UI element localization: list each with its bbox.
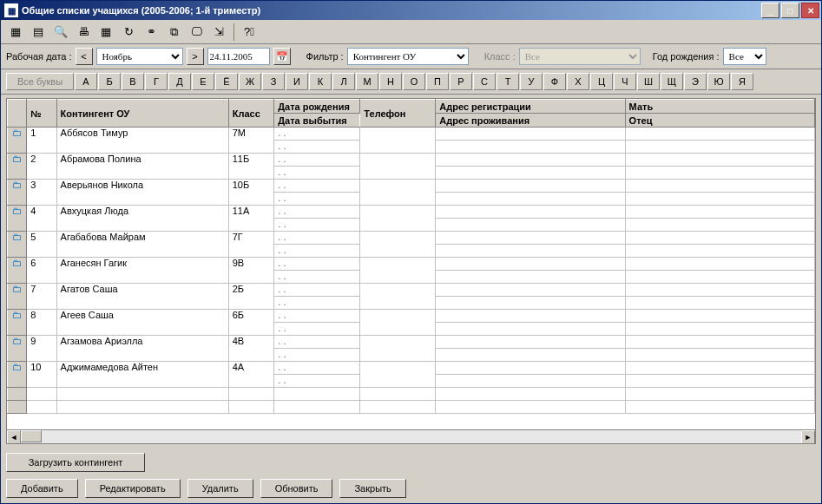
letter-Н[interactable]: Н xyxy=(379,73,402,90)
minimize-button[interactable]: _ xyxy=(761,3,779,18)
print-icon[interactable]: 🖶 xyxy=(74,23,93,42)
table-row[interactable]: 🗀7Агатов Саша2Б. . xyxy=(8,284,815,297)
cell-mother[interactable] xyxy=(625,206,814,219)
export-icon[interactable]: ⇲ xyxy=(209,23,228,42)
table-row[interactable]: 🗀5Агабабова Майрам7Г. . xyxy=(8,232,815,245)
grid-icon[interactable]: ▦ xyxy=(6,23,25,42)
close-button[interactable]: Закрыть xyxy=(339,479,405,498)
row-folder[interactable]: 🗀 xyxy=(8,128,27,154)
table-row[interactable]: 🗀3Аверьянов Никола10Б. . xyxy=(8,180,815,193)
load-contingent-button[interactable]: Загрузить контингент xyxy=(6,453,145,472)
cell-live-addr[interactable] xyxy=(436,193,625,206)
monitor-icon[interactable]: 🖵 xyxy=(187,23,206,42)
letter-К[interactable]: К xyxy=(309,73,332,90)
cell-live-addr[interactable] xyxy=(436,375,625,388)
cell-num[interactable]: 10 xyxy=(27,362,56,388)
cell-name[interactable]: Аджимамедова Айтен xyxy=(56,362,228,388)
cell-class[interactable]: 11А xyxy=(228,206,274,232)
cell-mother[interactable] xyxy=(625,154,814,167)
cell-dob[interactable]: . . xyxy=(274,362,360,375)
year-select[interactable]: Все xyxy=(723,48,766,65)
cell-leave[interactable]: . . xyxy=(274,193,360,206)
col-phone[interactable]: Телефон xyxy=(360,100,436,128)
filter-select[interactable]: Контингент ОУ xyxy=(347,48,469,65)
cell-class[interactable]: 7Г xyxy=(228,232,274,258)
delete-button[interactable]: Удалить xyxy=(187,479,253,498)
col-father[interactable]: Отец xyxy=(625,114,814,128)
cell-class[interactable]: 10Б xyxy=(228,180,274,206)
next-month-button[interactable]: > xyxy=(187,48,204,65)
letter-Ф[interactable]: Ф xyxy=(543,73,566,90)
cell-mother[interactable] xyxy=(625,232,814,245)
cell-father[interactable] xyxy=(625,219,814,232)
scroll-track[interactable] xyxy=(21,430,801,443)
cell-leave[interactable]: . . xyxy=(274,219,360,232)
row-folder[interactable]: 🗀 xyxy=(8,206,27,232)
cell-phone[interactable] xyxy=(360,362,436,388)
all-letters-button[interactable]: Все буквы xyxy=(6,73,74,90)
letter-Ш[interactable]: Ш xyxy=(637,73,660,90)
cell-leave[interactable]: . . xyxy=(274,271,360,284)
letter-Г[interactable]: Г xyxy=(145,73,168,90)
cell-name[interactable]: Агеев Саша xyxy=(56,310,228,336)
table-row[interactable]: 🗀4Авхуцкая Люда11А. . xyxy=(8,206,815,219)
letter-Е[interactable]: Е xyxy=(192,73,214,90)
cell-leave[interactable]: . . xyxy=(274,245,360,258)
letter-С[interactable]: С xyxy=(473,73,496,90)
horizontal-scrollbar[interactable]: ◄ ► xyxy=(7,429,815,443)
letter-А[interactable]: А xyxy=(75,73,97,90)
cell-num[interactable]: 5 xyxy=(27,232,56,258)
cell-leave[interactable]: . . xyxy=(274,141,360,154)
cell-mother[interactable] xyxy=(625,310,814,323)
cell-live-addr[interactable] xyxy=(436,271,625,284)
cell-class[interactable]: 4В xyxy=(228,336,274,362)
cell-phone[interactable] xyxy=(360,258,436,284)
cell-leave[interactable]: . . xyxy=(274,323,360,336)
cell-live-addr[interactable] xyxy=(436,141,625,154)
cell-reg-addr[interactable] xyxy=(436,232,625,245)
cell-num[interactable]: 9 xyxy=(27,336,56,362)
col-mother[interactable]: Мать xyxy=(625,100,814,114)
cell-num[interactable]: 4 xyxy=(27,206,56,232)
cell-dob[interactable]: . . xyxy=(274,180,360,193)
row-folder[interactable]: 🗀 xyxy=(8,258,27,284)
cell-live-addr[interactable] xyxy=(436,167,625,180)
cell-live-addr[interactable] xyxy=(436,245,625,258)
prev-month-button[interactable]: < xyxy=(76,48,93,65)
cell-reg-addr[interactable] xyxy=(436,258,625,271)
cell-phone[interactable] xyxy=(360,154,436,180)
letter-В[interactable]: В xyxy=(122,73,144,90)
cell-class[interactable]: 6Б xyxy=(228,310,274,336)
cell-live-addr[interactable] xyxy=(436,349,625,362)
link-icon[interactable]: ⚭ xyxy=(141,23,161,42)
table-row[interactable]: 🗀6Аганесян Гагик9В. . xyxy=(8,258,815,271)
cell-live-addr[interactable] xyxy=(436,219,625,232)
letter-Ж[interactable]: Ж xyxy=(239,73,261,90)
letter-Л[interactable]: Л xyxy=(332,73,355,90)
cell-reg-addr[interactable] xyxy=(436,206,625,219)
col-num[interactable]: № xyxy=(27,100,56,128)
cell-live-addr[interactable] xyxy=(436,323,625,336)
cell-phone[interactable] xyxy=(360,180,436,206)
cell-mother[interactable] xyxy=(625,128,814,141)
cell-father[interactable] xyxy=(625,193,814,206)
scroll-left-button[interactable]: ◄ xyxy=(7,430,21,444)
cell-dob[interactable]: . . xyxy=(274,284,360,297)
col-live-addr[interactable]: Адрес проживания xyxy=(436,114,625,128)
maximize-button[interactable]: □ xyxy=(781,3,799,18)
cell-father[interactable] xyxy=(625,375,814,388)
cell-dob[interactable]: . . xyxy=(274,310,360,323)
scroll-right-button[interactable]: ► xyxy=(801,430,815,444)
letter-Ц[interactable]: Ц xyxy=(590,73,613,90)
letter-Ю[interactable]: Ю xyxy=(707,73,730,90)
cell-name[interactable]: Авхуцкая Люда xyxy=(56,206,228,232)
cell-class[interactable]: 2Б xyxy=(228,284,274,310)
cell-reg-addr[interactable] xyxy=(436,284,625,297)
cell-leave[interactable]: . . xyxy=(274,167,360,180)
refresh-button[interactable]: Обновить xyxy=(260,479,333,498)
letter-Э[interactable]: Э xyxy=(684,73,707,90)
cell-father[interactable] xyxy=(625,167,814,180)
cell-phone[interactable] xyxy=(360,232,436,258)
table-row[interactable]: 🗀2Абрамова Полина11Б. . xyxy=(8,154,815,167)
cell-leave[interactable]: . . xyxy=(274,297,360,310)
